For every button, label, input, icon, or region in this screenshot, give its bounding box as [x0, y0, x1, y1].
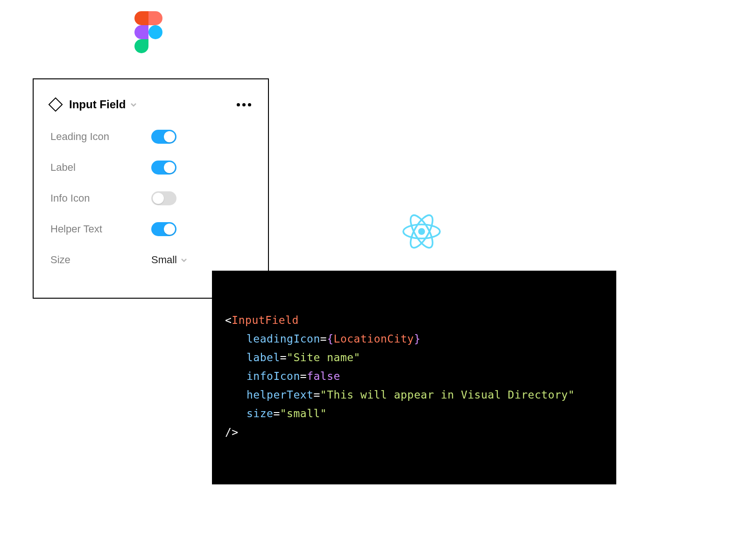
figma-logo-icon — [134, 11, 162, 53]
prop-label: Label — [50, 161, 151, 174]
chevron-down-icon — [181, 257, 187, 263]
prop-label: Info Icon — [50, 192, 151, 204]
prop-label: Helper Text — [50, 223, 151, 235]
code-line: size="small" — [225, 404, 607, 423]
size-select-value: Small — [151, 254, 177, 266]
svg-point-0 — [148, 25, 162, 39]
code-line: <InputField — [225, 311, 607, 329]
prop-row-size: Size Small — [50, 251, 251, 269]
code-line: label="Site name" — [225, 348, 607, 367]
react-logo-icon — [402, 212, 441, 251]
leading-icon-toggle[interactable] — [151, 130, 176, 144]
code-line: helperText="This will appear in Visual D… — [225, 385, 607, 404]
prop-row-leading-icon: Leading Icon — [50, 128, 251, 146]
svg-point-1 — [418, 228, 425, 235]
helper-text-toggle[interactable] — [151, 222, 176, 236]
component-diamond-icon — [48, 97, 63, 112]
code-line: infoIcon=false — [225, 367, 607, 385]
prop-label: Leading Icon — [50, 131, 151, 143]
more-menu-button[interactable] — [237, 103, 251, 106]
code-line: /> — [225, 423, 607, 441]
component-properties-panel: Input Field Leading Icon Label Info Icon… — [33, 78, 269, 299]
prop-row-label: Label — [50, 159, 251, 176]
size-select[interactable]: Small — [151, 254, 187, 266]
prop-row-helper-text: Helper Text — [50, 220, 251, 238]
code-line: leadingIcon={LocationCity} — [225, 329, 607, 348]
label-toggle[interactable] — [151, 161, 176, 175]
code-snippet: <InputField leadingIcon={LocationCity} l… — [212, 271, 616, 484]
info-icon-toggle[interactable] — [151, 191, 176, 205]
prop-label: Size — [50, 254, 151, 266]
chevron-down-icon[interactable] — [130, 101, 137, 108]
panel-header: Input Field — [50, 98, 251, 111]
panel-title: Input Field — [69, 98, 126, 111]
prop-row-info-icon: Info Icon — [50, 189, 251, 207]
